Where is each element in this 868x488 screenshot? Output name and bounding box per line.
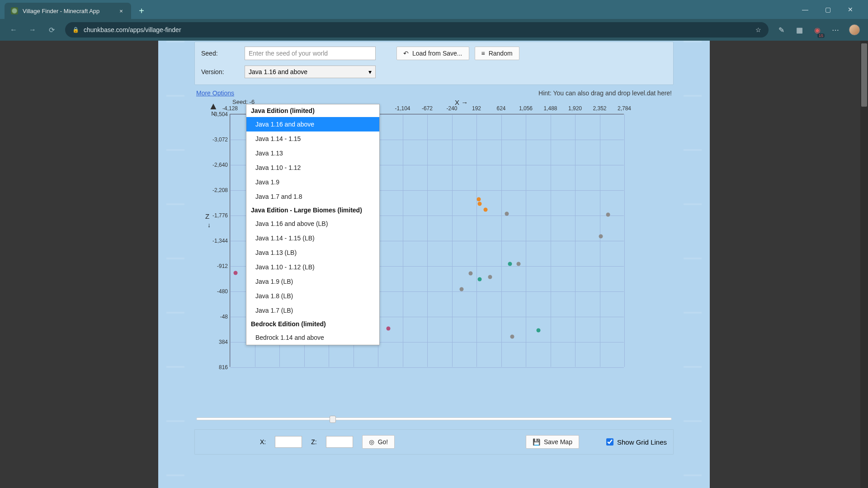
- dropdown-option[interactable]: Bedrock 1.14 and above: [246, 330, 379, 345]
- map-point[interactable]: [517, 262, 521, 266]
- ext-icon-4[interactable]: ⋯: [831, 25, 840, 34]
- x-coord-input[interactable]: [275, 436, 302, 448]
- go-button[interactable]: ◎Go!: [362, 435, 395, 449]
- z-coord-input[interactable]: [326, 436, 353, 448]
- dropdown-option[interactable]: Java 1.7 (LB): [246, 303, 379, 318]
- version-dropdown[interactable]: Java Edition (limited)Java 1.16 and abov…: [246, 104, 380, 345]
- browser-tab[interactable]: Village Finder - Minecraft App ×: [5, 3, 131, 19]
- map-point[interactable]: [505, 211, 509, 216]
- target-icon: ◎: [369, 438, 374, 446]
- map-point[interactable]: [478, 202, 482, 206]
- zoom-slider-row: [194, 418, 674, 420]
- y-tick: -2,208: [208, 187, 228, 193]
- map-point[interactable]: [483, 207, 487, 211]
- window-minimize-icon[interactable]: —: [798, 6, 812, 13]
- tab-close-icon[interactable]: ×: [118, 8, 125, 14]
- x-tick: 1,920: [568, 105, 582, 112]
- x-coord-label: X:: [260, 438, 266, 446]
- nav-forward-icon[interactable]: →: [27, 24, 38, 35]
- profile-avatar[interactable]: [849, 24, 860, 35]
- map-point[interactable]: [510, 334, 514, 338]
- lock-icon: 🔒: [72, 27, 79, 33]
- new-tab-button[interactable]: +: [135, 4, 148, 18]
- scrollbar-thumb[interactable]: [861, 43, 867, 107]
- window-close-icon[interactable]: ✕: [844, 6, 857, 13]
- y-tick: -912: [208, 263, 228, 269]
- map-point[interactable]: [606, 213, 610, 217]
- zoom-slider[interactable]: [196, 418, 672, 420]
- seed-input[interactable]: [245, 47, 376, 60]
- dropdown-option[interactable]: Java 1.8 (LB): [246, 289, 379, 303]
- map-point[interactable]: [476, 197, 481, 202]
- ext-icon-2[interactable]: ▦: [795, 25, 804, 34]
- x-tick: -672: [422, 105, 433, 112]
- x-tick: -240: [446, 105, 457, 112]
- window-controls: — ▢ ✕: [798, 0, 864, 19]
- tab-title: Village Finder - Minecraft App: [23, 8, 99, 14]
- y-tick: -1,344: [208, 238, 228, 244]
- y-tick: -3,504: [208, 111, 228, 117]
- dropdown-option[interactable]: Java 1.9: [246, 175, 379, 189]
- map-point[interactable]: [387, 326, 391, 330]
- dropdown-option[interactable]: Java 1.13 (LB): [246, 245, 379, 260]
- y-tick: -480: [208, 288, 228, 295]
- x-tick: 2,784: [618, 105, 631, 112]
- zoom-slider-thumb[interactable]: [330, 416, 336, 423]
- x-tick: -1,104: [395, 105, 410, 112]
- dropdown-option[interactable]: Java 1.14 - 1.15 (LB): [246, 231, 379, 245]
- grid-lines-checkbox-input[interactable]: [606, 438, 613, 446]
- y-tick: -3,072: [208, 136, 228, 143]
- save-icon: 💾: [533, 438, 540, 446]
- dropdown-option[interactable]: Java 1.13: [246, 146, 379, 160]
- ext-icon-3[interactable]: ◉15: [813, 25, 822, 34]
- load-from-save-button[interactable]: ↶Load from Save...: [396, 47, 469, 60]
- window-maximize-icon[interactable]: ▢: [821, 6, 835, 13]
- map-point[interactable]: [537, 328, 541, 332]
- page-scrollbar[interactable]: [860, 41, 868, 488]
- x-tick: 192: [472, 105, 481, 112]
- favicon: [11, 7, 18, 14]
- x-tick: 624: [496, 105, 505, 112]
- dropdown-option[interactable]: Java 1.16 and above (LB): [246, 216, 379, 231]
- map-point[interactable]: [508, 262, 512, 266]
- dropdown-option[interactable]: Java 1.10 - 1.12 (LB): [246, 260, 379, 274]
- dropdown-option[interactable]: Java 1.14 - 1.15: [246, 131, 379, 146]
- nav-reload-icon[interactable]: ⟳: [46, 24, 57, 35]
- version-select[interactable]: Java 1.16 and above ▾: [245, 66, 376, 78]
- y-tick: 384: [208, 339, 228, 345]
- map-point[interactable]: [478, 277, 482, 281]
- map-point[interactable]: [469, 271, 473, 275]
- more-options-link[interactable]: More Options: [196, 89, 234, 97]
- x-tick: 1,056: [519, 105, 533, 112]
- chevron-down-icon: ▾: [368, 68, 372, 75]
- bookmark-star-icon[interactable]: ☆: [755, 26, 761, 33]
- map-point[interactable]: [459, 287, 463, 291]
- nav-back-icon[interactable]: ←: [8, 24, 19, 35]
- map-point[interactable]: [234, 271, 238, 275]
- seed-label: Seed:: [201, 50, 239, 57]
- dropdown-group-header: Java Edition (limited): [246, 104, 379, 117]
- ext-icon-1[interactable]: ✎: [777, 25, 786, 34]
- dropdown-group-header: Java Edition - Large Biomes (limited): [246, 204, 379, 216]
- undo-icon: ↶: [403, 50, 409, 57]
- tab-bar: Village Finder - Minecraft App × + — ▢ ✕: [0, 0, 868, 19]
- dropdown-option[interactable]: Java 1.10 - 1.12: [246, 160, 379, 175]
- x-tick: 1,488: [543, 105, 557, 112]
- grid-lines-checkbox[interactable]: Show Grid Lines: [606, 438, 667, 446]
- dropdown-option[interactable]: Java 1.7 and 1.8: [246, 189, 379, 204]
- y-tick: -48: [208, 314, 228, 320]
- dropdown-option[interactable]: Java 1.16 and above: [246, 117, 379, 131]
- x-tick: -4,128: [222, 105, 238, 112]
- version-selected-text: Java 1.16 and above: [249, 68, 307, 75]
- url-field[interactable]: 🔒 chunkbase.com/apps/village-finder ☆: [65, 22, 769, 38]
- address-bar: ← → ⟳ 🔒 chunkbase.com/apps/village-finde…: [0, 19, 868, 41]
- dropdown-option[interactable]: Java 1.9 (LB): [246, 274, 379, 289]
- y-tick: -2,640: [208, 162, 228, 168]
- map-point[interactable]: [488, 275, 492, 279]
- save-map-button[interactable]: 💾Save Map: [526, 435, 579, 449]
- map-point[interactable]: [599, 235, 603, 239]
- random-button[interactable]: ≡Random: [475, 47, 519, 60]
- seed-panel: Seed: ↶Load from Save... ≡Random Version…: [194, 42, 674, 85]
- axis-z-arrow-icon: ↓: [208, 221, 211, 229]
- hint-text: Hint: You can also drag and drop level.d…: [538, 89, 672, 97]
